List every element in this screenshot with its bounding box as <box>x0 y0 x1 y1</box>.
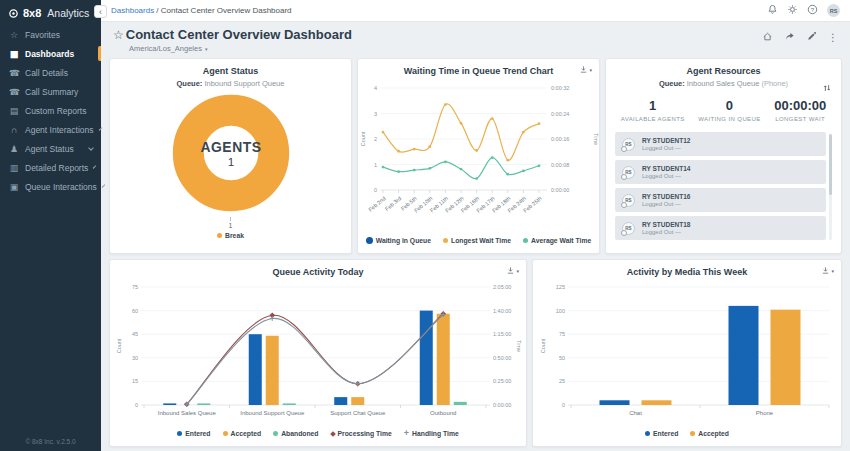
agent-status-donut-chart[interactable]: AGENTS 1 <box>155 90 307 216</box>
panel-title: Agent Status <box>110 59 351 76</box>
agent-name: RY STUDENT16 <box>642 193 690 201</box>
queue-activity-chart[interactable]: 00:00:00150:25:00300:50:00451:15:00601:4… <box>114 279 522 429</box>
stat: 1AVAILABLE AGENTS <box>621 98 685 122</box>
sidebar-item-queue-interactions[interactable]: ▣Queue Interactions <box>0 177 101 196</box>
timezone-caret-icon: ▾ <box>205 46 208 52</box>
svg-text:4: 4 <box>373 85 376 91</box>
agent-row[interactable]: RSRY STUDENT12Logged Out — <box>615 132 826 156</box>
svg-text:0:00:32: 0:00:32 <box>551 85 569 91</box>
legend-item[interactable]: Average Wait Time <box>523 237 591 244</box>
edit-pencil-icon[interactable] <box>806 31 817 44</box>
donut-slice-label: 1 <box>229 222 233 229</box>
breadcrumb: Dashboards / Contact Center Overview Das… <box>111 6 292 15</box>
sidebar-item-agent-interactions[interactable]: ∩Agent Interactions <box>0 120 101 139</box>
legend-item[interactable]: Break <box>217 232 244 239</box>
legend-label: Entered <box>653 430 678 437</box>
list-scrollbar[interactable] <box>829 134 833 240</box>
svg-text:2: 2 <box>373 136 376 142</box>
agent-avatar: RS <box>622 166 635 179</box>
legend-item[interactable]: +Handling Time <box>404 430 459 437</box>
help-icon[interactable]: ? <box>807 4 818 17</box>
caret-down-icon: ▾ <box>516 268 519 274</box>
sidebar-item-favorites[interactable]: ☆Favorites <box>0 25 101 44</box>
legend-label: Abandoned <box>281 430 318 437</box>
sort-icon[interactable] <box>822 83 832 95</box>
donut-center-label: AGENTS <box>200 139 261 155</box>
agent-status-legend: Break <box>211 232 250 239</box>
more-options-icon[interactable]: ⋮ <box>828 33 838 43</box>
share-icon[interactable] <box>784 31 795 44</box>
sidebar-item-call-details[interactable]: ☎Call Details <box>0 63 101 82</box>
legend-label: Processing Time <box>338 430 392 437</box>
download-icon[interactable]: ▾ <box>579 65 592 74</box>
agent-row[interactable]: RSRY STUDENT14Logged Out — <box>615 160 826 184</box>
svg-text:Count: Count <box>540 338 546 353</box>
user-avatar[interactable]: RS <box>827 4 840 17</box>
legend-marker-icon <box>330 431 336 437</box>
svg-text:25: 25 <box>559 378 565 384</box>
sidebar-item-custom-reports[interactable]: ▤Custom Reports <box>0 101 101 120</box>
svg-text:0:00:16: 0:00:16 <box>551 136 569 142</box>
sidebar-item-call-summary[interactable]: ☎Call Summary <box>0 82 101 101</box>
agent-info: RY STUDENT12Logged Out — <box>642 137 690 152</box>
legend-item[interactable]: Accepted <box>690 430 729 437</box>
agent-info: RY STUDENT18Logged Out — <box>642 221 690 236</box>
svg-text:Feb 2nd: Feb 2nd <box>367 195 386 213</box>
trend-legend: Waiting in QueueLongest Wait TimeAverage… <box>358 237 599 244</box>
agent-list: RSRY STUDENT12Logged Out —RSRY STUDENT14… <box>615 132 832 240</box>
timezone-label[interactable]: America/Los_Angeles <box>129 44 202 53</box>
panel-subtitle: Queue:Inbound Support Queue <box>110 76 351 88</box>
svg-text:Inbound Sales Queue: Inbound Sales Queue <box>158 410 217 416</box>
legend-item[interactable]: Entered <box>177 430 210 437</box>
legend-item[interactable]: Processing Time <box>331 430 392 437</box>
legend-item[interactable]: Abandoned <box>273 430 318 437</box>
svg-text:?: ? <box>811 7 815 13</box>
sidebar-collapse-button[interactable]: ‹ <box>94 5 107 18</box>
legend-item[interactable]: Entered <box>645 430 678 437</box>
agent-row[interactable]: RSRY STUDENT16Logged Out — <box>615 188 826 212</box>
svg-text:Time: Time <box>593 133 599 145</box>
home-icon[interactable] <box>762 31 773 44</box>
legend-marker-icon <box>177 431 182 436</box>
waiting-time-trend-chart[interactable]: 00:00:0010:00:0820:00:1630:00:2440:00:32… <box>359 78 599 236</box>
sidebar-item-label: Custom Reports <box>25 106 86 116</box>
svg-text:0:00:00: 0:00:00 <box>493 402 511 408</box>
agent-name: RY STUDENT14 <box>642 165 690 173</box>
settings-gear-icon[interactable] <box>787 4 798 17</box>
legend-item[interactable]: Waiting in Queue <box>366 237 431 244</box>
agent-resource-stats: 1AVAILABLE AGENTS0WAITING IN QUEUE00:00:… <box>606 88 841 130</box>
legend-item[interactable]: Accepted <box>223 430 262 437</box>
phone-icon: ☎ <box>9 87 19 97</box>
notifications-bell-icon[interactable] <box>767 4 778 17</box>
activity-by-media-chart[interactable]: 0255075100125CountChatPhone <box>537 279 837 429</box>
sidebar-item-detailed-reports[interactable]: ▥Detailed Reports <box>0 158 101 177</box>
download-icon[interactable]: ▾ <box>821 266 834 275</box>
panel-title: Queue Activity Today <box>110 260 526 277</box>
breadcrumb-link[interactable]: Dashboards <box>111 6 154 15</box>
agent-name: RY STUDENT18 <box>642 221 690 229</box>
sidebar-item-dashboards[interactable]: ▦Dashboards <box>0 44 101 63</box>
agent-avatar: RS <box>622 222 635 235</box>
svg-text:30: 30 <box>132 355 138 361</box>
panel-activity-by-media: Activity by Media This Week ▾ 0255075100… <box>532 259 842 447</box>
svg-text:Chat: Chat <box>629 410 642 416</box>
legend-marker-icon <box>217 233 222 238</box>
download-icon[interactable]: ▾ <box>506 266 519 275</box>
legend-label: Handling Time <box>412 430 459 437</box>
legend-marker-icon <box>690 431 695 436</box>
stat-value: 1 <box>621 98 685 113</box>
legend-item[interactable]: Longest Wait Time <box>443 237 511 244</box>
agent-row[interactable]: RSRY STUDENT18Logged Out — <box>615 216 826 240</box>
legend-label: Break <box>225 232 244 239</box>
sidebar-menu: ☆Favorites▦Dashboards☎Call Details☎Call … <box>0 25 101 196</box>
legend-label: Average Wait Time <box>531 237 591 244</box>
favorite-star-icon[interactable]: ☆ <box>113 28 124 42</box>
caret-down-icon: ▾ <box>589 67 592 73</box>
person-icon: ♟ <box>9 144 19 154</box>
svg-text:45: 45 <box>132 331 138 337</box>
caret-down-icon: ▾ <box>831 268 834 274</box>
headset-icon: ∩ <box>9 125 19 135</box>
svg-text:100: 100 <box>556 308 565 314</box>
sidebar-item-label: Call Details <box>25 68 68 78</box>
sidebar-item-agent-status[interactable]: ♟Agent Status <box>0 139 101 158</box>
